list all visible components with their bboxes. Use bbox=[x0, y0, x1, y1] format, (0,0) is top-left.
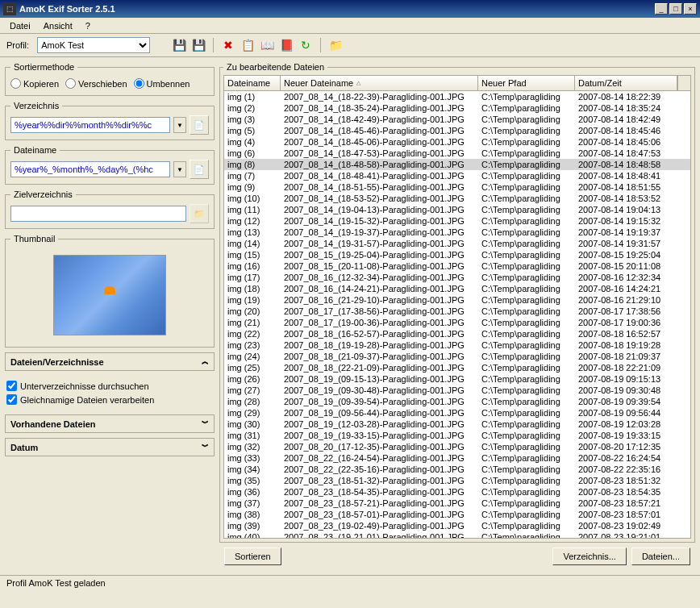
table-row[interactable]: img (16)2007_08_15_(20-11-08)-Paraglidin… bbox=[224, 260, 690, 272]
maximize-button[interactable]: □ bbox=[669, 3, 682, 15]
table-row[interactable]: img (25)2007_08_18_(22-21-09)-Paraglidin… bbox=[224, 362, 690, 373]
cell-newpath: C:\Temp\paragliding bbox=[478, 430, 575, 441]
table-row[interactable]: img (36)2007_08_23_(18-54-35)-Paraglidin… bbox=[224, 486, 690, 498]
table-row[interactable]: img (18)2007_08_16_(14-24-21)-Paraglidin… bbox=[224, 283, 690, 294]
menu-help[interactable]: ? bbox=[79, 19, 97, 32]
cell-filename: img (18) bbox=[224, 283, 281, 294]
save-as-icon[interactable]: 💾 bbox=[190, 37, 206, 53]
cell-newpath: C:\Temp\paragliding bbox=[478, 159, 575, 170]
table-row[interactable]: img (8)2007_08_14_(18-48-58)-Paragliding… bbox=[224, 159, 690, 170]
minimize-button[interactable]: _ bbox=[655, 3, 668, 15]
table-row[interactable]: img (24)2007_08_18_(21-09-37)-Paraglidin… bbox=[224, 351, 690, 362]
table-row[interactable]: img (4)2007_08_14_(18-45-06)-Paragliding… bbox=[224, 136, 690, 148]
cell-newpath: C:\Temp\paragliding bbox=[478, 328, 575, 339]
table-row[interactable]: img (15)2007_08_15_(19-25-04)-Paraglidin… bbox=[224, 249, 690, 260]
checkbox-samename[interactable]: Gleichnamige Dateien verarbeiten bbox=[6, 393, 213, 406]
table-row[interactable]: img (2)2007_08_14_(18-35-24)-Paragliding… bbox=[224, 102, 690, 114]
table-row[interactable]: img (9)2007_08_14_(18-51-55)-Paragliding… bbox=[224, 181, 690, 193]
table-row[interactable]: img (5)2007_08_14_(18-45-46)-Paragliding… bbox=[224, 125, 690, 136]
book-icon[interactable]: 📕 bbox=[278, 37, 294, 53]
left-panel: Sortiermethode Kopieren Verschieben Umbe… bbox=[0, 57, 219, 575]
files-group: Zu bearbeitende Dateien Dateiname Neuer … bbox=[219, 62, 695, 543]
table-row[interactable]: img (40)2007_08_23_(19-21-01)-Paraglidin… bbox=[224, 531, 690, 538]
copy-icon[interactable]: 📋 bbox=[240, 37, 256, 53]
menubar: Datei Ansicht ? bbox=[0, 18, 700, 34]
add-files-button[interactable]: Dateien... bbox=[631, 548, 690, 565]
table-row[interactable]: img (11)2007_08_14_(19-04-13)-Paraglidin… bbox=[224, 204, 690, 215]
save-profile-icon[interactable]: 💾 bbox=[171, 37, 187, 53]
table-row[interactable]: img (7)2007_08_14_(18-48-41)-Paragliding… bbox=[224, 170, 690, 181]
table-row[interactable]: img (27)2007_08_19_(09-30-48)-Paraglidin… bbox=[224, 385, 690, 396]
table-row[interactable]: img (30)2007_08_19_(12-03-28)-Paraglidin… bbox=[224, 419, 690, 430]
directory-legend: Verzeichnis bbox=[10, 101, 62, 110]
directory-dropdown-button[interactable]: ▼ bbox=[173, 117, 186, 133]
sort-button[interactable]: Sortieren bbox=[224, 548, 281, 565]
table-row[interactable]: img (33)2007_08_22_(16-24-54)-Paraglidin… bbox=[224, 452, 690, 464]
add-directory-button[interactable]: Verzeichnis... bbox=[552, 548, 626, 565]
table-row[interactable]: img (20)2007_08_17_(17-38-56)-Paraglidin… bbox=[224, 306, 690, 317]
cell-datetime: 2007-08-15 19:25:04 bbox=[575, 249, 690, 260]
table-header: Dateiname Neuer Dateiname △ Neuer Pfad D… bbox=[224, 76, 690, 91]
radio-rename[interactable]: Umbennen bbox=[134, 78, 190, 89]
cell-newfilename: 2007_08_19_(09-39-54)-Paragliding-001.JP… bbox=[281, 396, 478, 407]
table-row[interactable]: img (10)2007_08_14_(18-53-52)-Paraglidin… bbox=[224, 193, 690, 204]
column-newpath[interactable]: Neuer Pfad bbox=[478, 76, 575, 90]
accordion-date-header[interactable]: Datum ︾ bbox=[5, 438, 215, 456]
table-row[interactable]: img (39)2007_08_23_(19-02-49)-Paraglidin… bbox=[224, 520, 690, 531]
table-row[interactable]: img (31)2007_08_19_(19-33-15)-Paraglidin… bbox=[224, 430, 690, 441]
cell-newpath: C:\Temp\paragliding bbox=[478, 249, 575, 260]
profile-select[interactable]: AmoK Test bbox=[37, 37, 150, 53]
table-row[interactable]: img (14)2007_08_14_(19-31-57)-Paraglidin… bbox=[224, 238, 690, 249]
column-filename[interactable]: Dateiname bbox=[224, 76, 281, 90]
accordion-files-header[interactable]: Dateien/Verzeichnisse ︽ bbox=[5, 352, 215, 371]
refresh-icon[interactable]: ↻ bbox=[298, 37, 314, 53]
table-row[interactable]: img (13)2007_08_14_(19-19-37)-Paraglidin… bbox=[224, 227, 690, 238]
column-newfilename[interactable]: Neuer Dateiname △ bbox=[281, 76, 478, 90]
files-legend: Zu bearbeitende Dateien bbox=[223, 62, 327, 72]
folder-icon[interactable]: 📁 bbox=[327, 37, 344, 53]
filename-browse-button[interactable]: 📄 bbox=[190, 160, 209, 179]
book-open-icon[interactable]: 📖 bbox=[259, 37, 275, 53]
menu-view[interactable]: Ansicht bbox=[37, 19, 79, 32]
cell-newfilename: 2007_08_23_(19-21-01)-Paragliding-001.JP… bbox=[281, 531, 478, 538]
table-row[interactable]: img (37)2007_08_23_(18-57-21)-Paraglidin… bbox=[224, 498, 690, 509]
table-row[interactable]: img (32)2007_08_20_(17-12-35)-Paraglidin… bbox=[224, 441, 690, 452]
cell-filename: img (35) bbox=[224, 475, 281, 486]
table-row[interactable]: img (35)2007_08_23_(18-51-32)-Paraglidin… bbox=[224, 475, 690, 486]
directory-input[interactable] bbox=[10, 117, 170, 133]
table-row[interactable]: img (21)2007_08_17_(19-00-36)-Paraglidin… bbox=[224, 317, 690, 328]
target-browse-button[interactable]: 📁 bbox=[190, 204, 209, 223]
table-row[interactable]: img (22)2007_08_18_(16-52-57)-Paraglidin… bbox=[224, 328, 690, 339]
checkbox-subdirs[interactable]: Unterverzeichnisse durchsuchen bbox=[6, 379, 213, 393]
filename-input[interactable] bbox=[10, 161, 170, 177]
radio-copy[interactable]: Kopieren bbox=[10, 78, 59, 89]
table-row[interactable]: img (26)2007_08_19_(09-15-13)-Paraglidin… bbox=[224, 373, 690, 385]
menu-file[interactable]: Datei bbox=[3, 19, 37, 32]
table-row[interactable]: img (3)2007_08_14_(18-42-49)-Paragliding… bbox=[224, 114, 690, 125]
table-row[interactable]: img (12)2007_08_14_(19-15-32)-Paraglidin… bbox=[224, 215, 690, 227]
table-row[interactable]: img (17)2007_08_16_(12-32-34)-Paraglidin… bbox=[224, 272, 690, 283]
radio-move[interactable]: Verschieben bbox=[65, 78, 127, 89]
table-row[interactable]: img (1)2007_08_14_(18-22-39)-Paragliding… bbox=[224, 91, 690, 102]
table-row[interactable]: img (29)2007_08_19_(09-56-44)-Paraglidin… bbox=[224, 407, 690, 419]
cell-filename: img (37) bbox=[224, 498, 281, 509]
cell-datetime: 2007-08-14 19:15:32 bbox=[575, 215, 690, 227]
cell-filename: img (25) bbox=[224, 362, 281, 373]
table-row[interactable]: img (28)2007_08_19_(09-39-54)-Paraglidin… bbox=[224, 396, 690, 407]
column-datetime[interactable]: Datum/Zeit bbox=[575, 76, 677, 90]
table-body[interactable]: img (1)2007_08_14_(18-22-39)-Paragliding… bbox=[224, 91, 690, 538]
table-row[interactable]: img (19)2007_08_16_(21-29-10)-Paraglidin… bbox=[224, 294, 690, 306]
table-row[interactable]: img (23)2007_08_18_(19-19-28)-Paraglidin… bbox=[224, 339, 690, 351]
table-row[interactable]: img (34)2007_08_22_(22-35-16)-Paraglidin… bbox=[224, 464, 690, 475]
filename-dropdown-button[interactable]: ▼ bbox=[173, 161, 186, 177]
directory-browse-button[interactable]: 📄 bbox=[190, 115, 209, 135]
accordion-existing-header[interactable]: Vorhandene Dateien ︾ bbox=[5, 414, 215, 433]
close-button[interactable]: × bbox=[684, 3, 697, 15]
cell-filename: img (14) bbox=[224, 238, 281, 249]
table-row[interactable]: img (38)2007_08_23_(18-57-01)-Paraglidin… bbox=[224, 509, 690, 520]
delete-icon[interactable]: ✖ bbox=[220, 37, 236, 53]
table-row[interactable]: img (6)2007_08_14_(18-47-53)-Paragliding… bbox=[224, 148, 690, 159]
cell-datetime: 2007-08-16 14:24:21 bbox=[575, 283, 690, 294]
cell-filename: img (27) bbox=[224, 385, 281, 396]
cell-newpath: C:\Temp\paragliding bbox=[478, 339, 575, 351]
